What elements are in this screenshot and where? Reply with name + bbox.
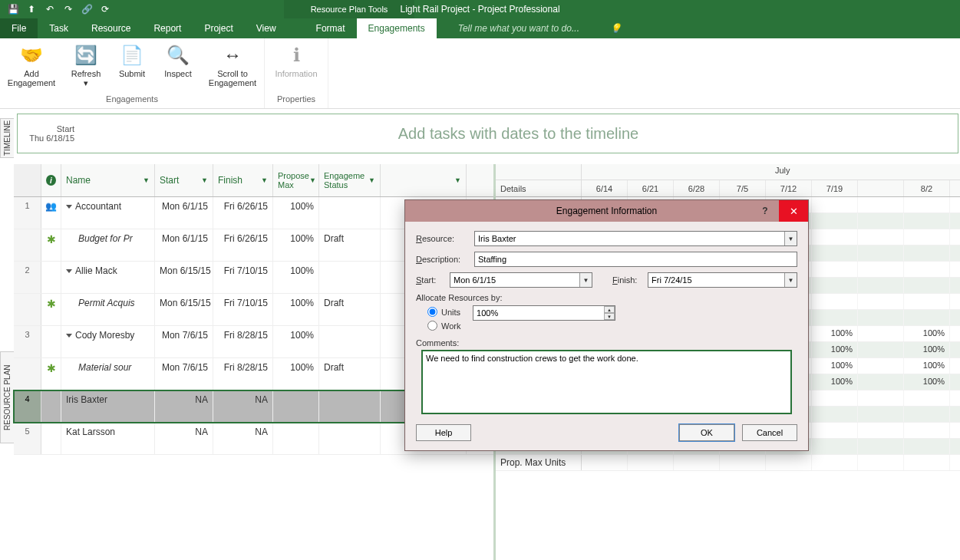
units-input[interactable] — [473, 306, 604, 320]
proposed-max-cell[interactable]: 100% — [273, 358, 319, 390]
spinner-buttons[interactable]: ▲▼ — [604, 306, 615, 320]
link-icon[interactable]: 🔗 — [78, 2, 95, 17]
row-number[interactable]: 5 — [14, 423, 41, 454]
resource-plan-side-tab[interactable]: RESOURCE PLAN — [0, 351, 14, 443]
name-cell[interactable]: Accountant — [61, 197, 155, 229]
status-cell[interactable] — [319, 262, 381, 293]
status-cell[interactable]: Draft — [319, 294, 381, 325]
expand-icon[interactable] — [66, 269, 72, 273]
start-column-header[interactable]: Start▼ — [155, 164, 213, 196]
cancel-button[interactable]: Cancel — [742, 424, 797, 441]
tab-project[interactable]: Project — [193, 18, 244, 38]
redo-icon[interactable]: ↷ — [60, 2, 77, 17]
name-cell[interactable]: Kat Larsson — [61, 423, 155, 454]
finish-cell[interactable]: Fri 6/26/15 — [213, 197, 273, 229]
name-cell[interactable]: Material sour — [61, 358, 155, 390]
dialog-titlebar[interactable]: Engagement Information ? ✕ — [405, 200, 808, 222]
comments-textarea[interactable] — [422, 351, 791, 413]
start-cell[interactable]: Mon 7/6/15 — [155, 326, 213, 357]
row-number[interactable]: 4 — [14, 390, 41, 422]
finish-cell[interactable]: Fri 8/28/15 — [213, 326, 273, 357]
finish-cell[interactable]: Fri 8/28/15 — [213, 358, 273, 390]
tab-format[interactable]: Format — [305, 18, 357, 38]
date-column-header[interactable]: 6/28 — [674, 180, 720, 196]
tab-file[interactable]: File — [0, 18, 38, 38]
expand-icon[interactable] — [66, 334, 72, 338]
indicator-column[interactable]: i — [41, 164, 61, 196]
expand-icon[interactable] — [66, 205, 72, 209]
proposed-max-column-header[interactable]: Propose Max▼ — [273, 164, 319, 196]
help-button[interactable]: Help — [416, 424, 471, 441]
tell-me-search[interactable]: Tell me what you want to do... 💡 — [458, 18, 621, 38]
start-cell[interactable]: Mon 7/6/15 — [155, 358, 213, 390]
ok-button[interactable]: OK — [679, 424, 734, 441]
finish-cell[interactable]: Fri 7/10/15 — [213, 262, 273, 293]
row-number[interactable]: 2 — [14, 262, 41, 293]
dialog-close-button[interactable]: ✕ — [779, 200, 808, 222]
proposed-max-cell[interactable]: 100% — [273, 262, 319, 293]
start-cell[interactable]: Mon 6/15/15 — [155, 294, 213, 325]
finish-cell[interactable]: NA — [213, 390, 273, 422]
refresh-icon[interactable]: ⟳ — [97, 2, 114, 17]
units-radio[interactable]: Units — [427, 307, 460, 317]
engagement-status-column-header[interactable]: Engageme Status▼ — [319, 164, 381, 196]
finish-cell[interactable]: Fri 6/26/15 — [213, 229, 273, 261]
dialog-help-button[interactable]: ? — [751, 200, 779, 222]
row-number[interactable] — [14, 294, 41, 325]
undo-icon[interactable]: ↶ — [41, 2, 58, 17]
units-input-combo[interactable]: ▲▼ — [473, 305, 615, 321]
date-column-header[interactable]: 6/21 — [628, 180, 674, 196]
start-date-input[interactable] — [450, 273, 579, 287]
date-column-header[interactable]: 8/2 — [904, 180, 950, 196]
name-cell[interactable]: Permit Acquis — [61, 294, 155, 325]
status-cell[interactable]: Draft — [319, 358, 381, 390]
status-cell[interactable] — [319, 197, 381, 229]
save-icon[interactable]: 💾 — [5, 2, 21, 17]
proposed-max-cell[interactable] — [273, 423, 319, 454]
start-cell[interactable]: Mon 6/1/15 — [155, 229, 213, 261]
timeline-side-tab[interactable]: TIMELINE — [0, 118, 14, 158]
finish-date-input[interactable] — [648, 273, 784, 287]
work-radio[interactable]: Work — [427, 321, 797, 331]
tab-report[interactable]: Report — [142, 18, 193, 38]
proposed-max-cell[interactable]: 100% — [273, 229, 319, 261]
name-column-header[interactable]: Name▼ — [61, 164, 155, 196]
status-cell[interactable] — [319, 423, 381, 454]
scroll-to-engagement-button[interactable]: ↔ Scroll to Engagement — [206, 41, 259, 93]
proposed-max-cell[interactable]: 100% — [273, 197, 319, 229]
resource-combo[interactable]: ▼ — [474, 231, 797, 246]
status-cell[interactable] — [319, 390, 381, 422]
name-cell[interactable]: Allie Mack — [61, 262, 155, 293]
refresh-button[interactable]: 🔄 Refresh▾ — [68, 41, 104, 93]
proposed-max-cell[interactable]: 100% — [273, 294, 319, 325]
description-input[interactable] — [474, 252, 797, 267]
tab-view[interactable]: View — [245, 18, 288, 38]
publish-icon[interactable]: ⬆ — [23, 2, 40, 17]
start-cell[interactable]: NA — [155, 423, 213, 454]
tab-task[interactable]: Task — [38, 18, 80, 38]
tab-engagements[interactable]: Engagements — [357, 18, 437, 38]
finish-cell[interactable]: Fri 7/10/15 — [213, 294, 273, 325]
status-cell[interactable]: Draft — [319, 229, 381, 261]
row-number[interactable]: 1 — [14, 197, 41, 229]
start-cell[interactable]: Mon 6/1/15 — [155, 197, 213, 229]
date-column-header[interactable]: 7/12 — [766, 180, 812, 196]
row-number[interactable] — [14, 358, 41, 390]
finish-column-header[interactable]: Finish▼ — [213, 164, 273, 196]
chevron-down-icon[interactable]: ▼ — [784, 273, 797, 287]
finish-date-combo[interactable]: ▼ — [648, 272, 797, 288]
start-cell[interactable]: NA — [155, 390, 213, 422]
tab-resource[interactable]: Resource — [80, 18, 142, 38]
timeline-panel[interactable]: Start Thu 6/18/15 Add tasks with dates t… — [17, 114, 958, 153]
submit-button[interactable]: 📄 Submit — [114, 41, 150, 93]
start-cell[interactable]: Mon 6/15/15 — [155, 262, 213, 293]
chevron-down-icon[interactable]: ▼ — [784, 232, 797, 245]
proposed-max-cell[interactable] — [273, 390, 319, 422]
add-engagement-button[interactable]: 🤝 Add Engagement — [5, 41, 58, 93]
chevron-down-icon[interactable]: ▼ — [579, 273, 592, 287]
finish-cell[interactable]: NA — [213, 423, 273, 454]
proposed-max-cell[interactable]: 100% — [273, 326, 319, 357]
details-header[interactable]: Details — [496, 180, 582, 196]
status-cell[interactable] — [319, 326, 381, 357]
date-column-header[interactable]: 7/5 — [720, 180, 766, 196]
